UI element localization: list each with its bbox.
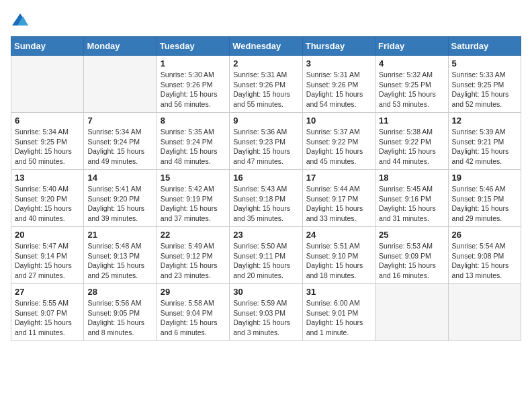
day-number: 19 xyxy=(452,173,517,183)
logo xyxy=(11,11,32,30)
day-number: 21 xyxy=(87,230,152,240)
day-number: 10 xyxy=(306,116,371,126)
day-number: 26 xyxy=(452,230,517,240)
day-number: 29 xyxy=(161,287,226,297)
cell-info: Sunrise: 6:00 AMSunset: 9:01 PMDaylight:… xyxy=(306,298,371,338)
day-number: 15 xyxy=(161,173,226,183)
day-cell: 30Sunrise: 5:59 AMSunset: 9:03 PMDayligh… xyxy=(230,284,302,341)
day-number: 27 xyxy=(15,287,80,297)
cell-info: Sunrise: 5:42 AMSunset: 9:19 PMDaylight:… xyxy=(161,184,226,224)
day-cell: 2Sunrise: 5:31 AMSunset: 9:26 PMDaylight… xyxy=(230,56,302,113)
day-number: 18 xyxy=(379,173,444,183)
cell-info: Sunrise: 5:56 AMSunset: 9:05 PMDaylight:… xyxy=(87,298,152,338)
day-cell: 1Sunrise: 5:30 AMSunset: 9:26 PMDaylight… xyxy=(157,56,229,113)
cell-info: Sunrise: 5:46 AMSunset: 9:15 PMDaylight:… xyxy=(452,184,517,224)
cell-info: Sunrise: 5:41 AMSunset: 9:20 PMDaylight:… xyxy=(87,184,152,224)
day-number: 31 xyxy=(306,287,371,297)
header-day-monday: Monday xyxy=(84,37,157,56)
day-number: 2 xyxy=(233,58,298,68)
day-cell: 22Sunrise: 5:49 AMSunset: 9:12 PMDayligh… xyxy=(157,227,229,284)
cell-info: Sunrise: 5:30 AMSunset: 9:26 PMDaylight:… xyxy=(161,70,226,109)
day-number: 7 xyxy=(87,116,152,126)
cell-info: Sunrise: 5:40 AMSunset: 9:20 PMDaylight:… xyxy=(15,184,80,224)
week-row-2: 6Sunrise: 5:34 AMSunset: 9:25 PMDaylight… xyxy=(11,113,521,170)
day-number: 22 xyxy=(161,230,226,240)
day-cell: 4Sunrise: 5:32 AMSunset: 9:25 PMDaylight… xyxy=(375,56,448,113)
cell-info: Sunrise: 5:36 AMSunset: 9:23 PMDaylight:… xyxy=(233,127,298,167)
page-header xyxy=(11,11,521,30)
day-cell: 25Sunrise: 5:53 AMSunset: 9:09 PMDayligh… xyxy=(375,227,448,284)
day-cell: 21Sunrise: 5:48 AMSunset: 9:13 PMDayligh… xyxy=(84,227,157,284)
cell-info: Sunrise: 5:49 AMSunset: 9:12 PMDaylight:… xyxy=(161,241,226,281)
cell-info: Sunrise: 5:32 AMSunset: 9:25 PMDaylight:… xyxy=(379,70,444,109)
day-number: 5 xyxy=(452,58,517,68)
cell-info: Sunrise: 5:54 AMSunset: 9:08 PMDaylight:… xyxy=(452,241,517,281)
day-cell: 9Sunrise: 5:36 AMSunset: 9:23 PMDaylight… xyxy=(230,113,302,170)
header-day-sunday: Sunday xyxy=(11,37,84,56)
day-cell: 18Sunrise: 5:45 AMSunset: 9:16 PMDayligh… xyxy=(375,170,448,227)
cell-info: Sunrise: 5:38 AMSunset: 9:22 PMDaylight:… xyxy=(379,127,444,167)
day-number: 20 xyxy=(15,230,80,240)
cell-info: Sunrise: 5:33 AMSunset: 9:25 PMDaylight:… xyxy=(452,70,517,109)
cell-info: Sunrise: 5:34 AMSunset: 9:25 PMDaylight:… xyxy=(15,127,80,167)
day-number: 3 xyxy=(306,58,371,68)
week-row-1: 1Sunrise: 5:30 AMSunset: 9:26 PMDaylight… xyxy=(11,56,521,113)
cell-info: Sunrise: 5:34 AMSunset: 9:24 PMDaylight:… xyxy=(87,127,152,167)
week-row-4: 20Sunrise: 5:47 AMSunset: 9:14 PMDayligh… xyxy=(11,227,521,284)
day-number: 11 xyxy=(379,116,444,126)
day-cell: 11Sunrise: 5:38 AMSunset: 9:22 PMDayligh… xyxy=(375,113,448,170)
day-cell: 20Sunrise: 5:47 AMSunset: 9:14 PMDayligh… xyxy=(11,227,84,284)
cell-info: Sunrise: 5:51 AMSunset: 9:10 PMDaylight:… xyxy=(306,241,371,281)
day-cell: 7Sunrise: 5:34 AMSunset: 9:24 PMDaylight… xyxy=(84,113,157,170)
calendar-header: SundayMondayTuesdayWednesdayThursdayFrid… xyxy=(11,37,521,56)
calendar-body: 1Sunrise: 5:30 AMSunset: 9:26 PMDaylight… xyxy=(11,56,521,341)
cell-info: Sunrise: 5:59 AMSunset: 9:03 PMDaylight:… xyxy=(233,298,298,338)
week-row-5: 27Sunrise: 5:55 AMSunset: 9:07 PMDayligh… xyxy=(11,284,521,341)
day-cell xyxy=(11,56,84,113)
cell-info: Sunrise: 5:58 AMSunset: 9:04 PMDaylight:… xyxy=(161,298,226,338)
day-cell: 17Sunrise: 5:44 AMSunset: 9:17 PMDayligh… xyxy=(302,170,375,227)
day-number: 14 xyxy=(87,173,152,183)
cell-info: Sunrise: 5:43 AMSunset: 9:18 PMDaylight:… xyxy=(233,184,298,224)
day-number: 4 xyxy=(379,58,444,68)
day-cell xyxy=(375,284,448,341)
day-cell xyxy=(84,56,157,113)
day-number: 12 xyxy=(452,116,517,126)
day-cell: 3Sunrise: 5:31 AMSunset: 9:26 PMDaylight… xyxy=(302,56,375,113)
day-number: 17 xyxy=(306,173,371,183)
cell-info: Sunrise: 5:31 AMSunset: 9:26 PMDaylight:… xyxy=(233,70,298,109)
day-number: 13 xyxy=(15,173,80,183)
cell-info: Sunrise: 5:48 AMSunset: 9:13 PMDaylight:… xyxy=(87,241,152,281)
header-day-tuesday: Tuesday xyxy=(157,37,229,56)
day-cell: 24Sunrise: 5:51 AMSunset: 9:10 PMDayligh… xyxy=(302,227,375,284)
header-day-friday: Friday xyxy=(375,37,448,56)
week-row-3: 13Sunrise: 5:40 AMSunset: 9:20 PMDayligh… xyxy=(11,170,521,227)
cell-info: Sunrise: 5:53 AMSunset: 9:09 PMDaylight:… xyxy=(379,241,444,281)
day-number: 6 xyxy=(15,116,80,126)
cell-info: Sunrise: 5:35 AMSunset: 9:24 PMDaylight:… xyxy=(161,127,226,167)
cell-info: Sunrise: 5:45 AMSunset: 9:16 PMDaylight:… xyxy=(379,184,444,224)
day-number: 9 xyxy=(233,116,298,126)
day-number: 1 xyxy=(161,58,226,68)
day-number: 16 xyxy=(233,173,298,183)
day-cell: 5Sunrise: 5:33 AMSunset: 9:25 PMDaylight… xyxy=(448,56,521,113)
header-row: SundayMondayTuesdayWednesdayThursdayFrid… xyxy=(11,37,521,56)
day-cell: 19Sunrise: 5:46 AMSunset: 9:15 PMDayligh… xyxy=(448,170,521,227)
day-number: 30 xyxy=(233,287,298,297)
day-number: 28 xyxy=(87,287,152,297)
day-number: 25 xyxy=(379,230,444,240)
day-cell: 13Sunrise: 5:40 AMSunset: 9:20 PMDayligh… xyxy=(11,170,84,227)
day-cell: 12Sunrise: 5:39 AMSunset: 9:21 PMDayligh… xyxy=(448,113,521,170)
day-number: 23 xyxy=(233,230,298,240)
day-cell: 31Sunrise: 6:00 AMSunset: 9:01 PMDayligh… xyxy=(302,284,375,341)
cell-info: Sunrise: 5:37 AMSunset: 9:22 PMDaylight:… xyxy=(306,127,371,167)
day-cell: 28Sunrise: 5:56 AMSunset: 9:05 PMDayligh… xyxy=(84,284,157,341)
cell-info: Sunrise: 5:50 AMSunset: 9:11 PMDaylight:… xyxy=(233,241,298,281)
header-day-saturday: Saturday xyxy=(448,37,521,56)
cell-info: Sunrise: 5:31 AMSunset: 9:26 PMDaylight:… xyxy=(306,70,371,109)
cell-info: Sunrise: 5:55 AMSunset: 9:07 PMDaylight:… xyxy=(15,298,80,338)
day-cell: 29Sunrise: 5:58 AMSunset: 9:04 PMDayligh… xyxy=(157,284,229,341)
cell-info: Sunrise: 5:39 AMSunset: 9:21 PMDaylight:… xyxy=(452,127,517,167)
day-cell: 16Sunrise: 5:43 AMSunset: 9:18 PMDayligh… xyxy=(230,170,302,227)
header-day-thursday: Thursday xyxy=(302,37,375,56)
